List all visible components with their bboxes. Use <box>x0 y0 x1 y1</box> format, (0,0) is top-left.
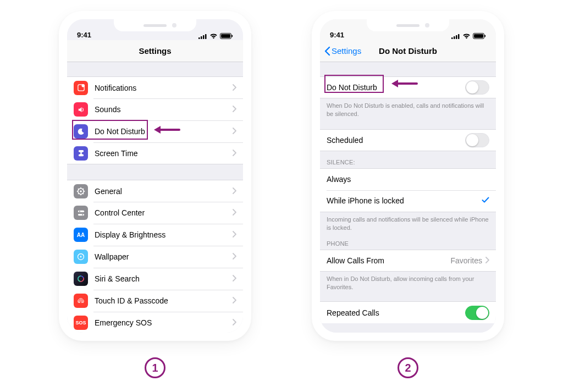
row-scheduled[interactable]: Scheduled <box>320 129 496 151</box>
svg-point-24 <box>80 256 82 258</box>
toggle-switch[interactable] <box>465 133 489 147</box>
chevron-right-icon <box>233 274 236 284</box>
sounds-icon <box>74 102 88 117</box>
display-icon: AA <box>74 228 88 242</box>
svg-rect-0 <box>198 37 200 39</box>
svg-point-10 <box>80 190 82 192</box>
row-dnd-toggle[interactable]: Do Not Disturb <box>320 76 496 98</box>
svg-rect-34 <box>474 34 483 38</box>
row-label: Wallpaper <box>95 252 233 261</box>
row-do-not-disturb[interactable]: Do Not Disturb <box>67 120 243 142</box>
notch <box>367 19 449 31</box>
row-label: Screen Time <box>95 149 233 158</box>
general-icon <box>74 184 88 198</box>
settings-list[interactable]: Notifications Sounds Do Not Disturb <box>67 62 243 333</box>
svg-rect-31 <box>456 35 457 39</box>
row-allow-calls-from[interactable]: Allow Calls From Favorites <box>320 250 496 272</box>
chevron-right-icon <box>233 230 236 240</box>
row-general[interactable]: General <box>67 180 243 202</box>
chevron-right-icon <box>233 126 236 136</box>
svg-line-16 <box>83 193 84 194</box>
row-silence-always[interactable]: Always <box>320 168 496 190</box>
back-button[interactable]: Settings <box>324 46 361 56</box>
row-silence-locked[interactable]: While iPhone is locked <box>320 190 496 212</box>
nav-bar: Settings Do Not Disturb <box>320 40 496 62</box>
chevron-right-icon <box>233 318 236 328</box>
dnd-icon <box>74 124 88 139</box>
row-notifications[interactable]: Notifications <box>67 76 243 98</box>
page-title: Do Not Disturb <box>379 46 437 56</box>
row-label: Emergency SOS <box>95 318 233 327</box>
row-value: Favorites <box>450 256 482 265</box>
svg-rect-35 <box>485 35 486 37</box>
step-badge-1: 1 <box>145 357 165 378</box>
row-touchid-passcode[interactable]: Touch ID & Passcode <box>67 290 243 312</box>
page-title: Settings <box>139 46 171 56</box>
row-emergency-sos[interactable]: SOS Emergency SOS <box>67 312 243 333</box>
svg-point-20 <box>79 211 80 212</box>
svg-rect-3 <box>205 34 207 39</box>
row-label: Do Not Disturb <box>95 127 233 136</box>
svg-rect-21 <box>78 213 84 215</box>
row-label: Repeated Calls <box>327 308 465 317</box>
chevron-right-icon <box>233 186 236 196</box>
svg-rect-32 <box>458 34 460 39</box>
chevron-right-icon <box>233 252 236 262</box>
screentime-icon <box>74 146 88 161</box>
svg-rect-29 <box>451 37 453 39</box>
chevron-right-icon <box>233 83 236 93</box>
dnd-settings[interactable]: Do Not Disturb When Do Not Disturb is en… <box>320 62 496 333</box>
footer-text: Incoming calls and notifications will be… <box>320 212 496 233</box>
svg-point-8 <box>81 84 85 87</box>
footer-text: When in Do Not Disturb, allow incoming c… <box>320 272 496 292</box>
chevron-right-icon <box>485 256 489 266</box>
siri-icon <box>74 272 88 286</box>
signal-icon <box>451 34 460 39</box>
step-number: 1 <box>152 362 158 374</box>
svg-rect-19 <box>78 210 84 212</box>
row-siri-search[interactable]: Siri & Search <box>67 268 243 290</box>
phone-screen: 9:41 Settings Do Not Disturb <box>320 19 496 333</box>
section-header: PHONE <box>320 233 496 250</box>
status-time: 9:41 <box>77 31 91 39</box>
row-sounds[interactable]: Sounds <box>67 98 243 120</box>
battery-icon <box>220 33 233 39</box>
row-label: Notifications <box>95 84 233 92</box>
chevron-right-icon <box>233 104 236 114</box>
svg-rect-2 <box>203 35 205 39</box>
toggle-switch[interactable] <box>465 306 489 320</box>
phone-mockup-2: 9:41 Settings Do Not Disturb <box>312 11 504 341</box>
row-label: Siri & Search <box>95 274 233 283</box>
svg-line-17 <box>78 193 79 194</box>
phone-mockup-1: 9:41 Settings Notifications <box>59 11 251 341</box>
svg-rect-6 <box>232 35 233 37</box>
wifi-icon <box>209 33 218 39</box>
row-label: Scheduled <box>327 136 465 145</box>
row-label: Always <box>327 175 489 184</box>
footer-text: When Do Not Disturb is enabled, calls an… <box>320 98 496 119</box>
touchid-icon <box>74 294 88 308</box>
toggle-switch[interactable] <box>465 80 489 95</box>
svg-line-15 <box>78 189 79 190</box>
row-control-center[interactable]: Control Center <box>67 202 243 224</box>
row-label: Touch ID & Passcode <box>95 296 233 305</box>
svg-line-18 <box>83 189 84 190</box>
section-header: SILENCE: <box>320 151 496 168</box>
chevron-right-icon <box>233 208 236 218</box>
step-badge-2: 2 <box>398 357 418 378</box>
row-label: Sounds <box>95 105 233 114</box>
row-label: General <box>95 187 233 196</box>
row-label: While iPhone is locked <box>327 196 482 205</box>
row-screen-time[interactable]: Screen Time <box>67 142 243 164</box>
row-wallpaper[interactable]: Wallpaper <box>67 246 243 268</box>
svg-point-22 <box>82 214 83 215</box>
chevron-right-icon <box>233 148 236 158</box>
row-label: Allow Calls From <box>327 256 450 265</box>
svg-rect-1 <box>201 36 202 39</box>
chevron-right-icon <box>233 296 236 306</box>
row-repeated-calls[interactable]: Repeated Calls <box>320 301 496 323</box>
row-label: Do Not Disturb <box>327 83 465 92</box>
row-label: Control Center <box>95 208 233 217</box>
row-display-brightness[interactable]: AA Display & Brightness <box>67 224 243 246</box>
row-label: Display & Brightness <box>95 230 233 239</box>
